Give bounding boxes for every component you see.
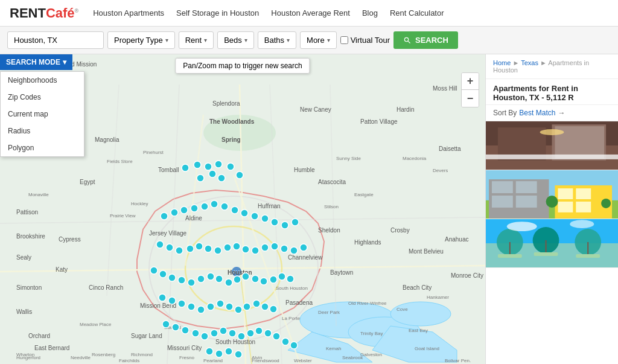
svg-point-184 (206, 348, 213, 355)
svg-point-156 (159, 294, 166, 301)
svg-point-147 (215, 275, 223, 283)
search-mode-dropdown[interactable]: SEARCH MODE (0, 54, 72, 70)
svg-point-128 (196, 243, 203, 250)
svg-point-134 (252, 247, 259, 254)
sort-link[interactable]: Best Match (519, 109, 555, 117)
results-title: Apartments for Rent in Houston, TX - 5,1… (486, 79, 618, 105)
svg-point-130 (214, 247, 221, 254)
beds-filter[interactable]: Beds (217, 31, 254, 49)
search-mode-radius[interactable]: Radius (1, 123, 84, 139)
svg-text:Fresno: Fresno (179, 355, 194, 360)
svg-text:La Porte: La Porte (282, 316, 301, 321)
svg-rect-203 (558, 188, 573, 199)
svg-text:Anahuac: Anahuac (445, 236, 468, 243)
svg-text:Richmond: Richmond (131, 352, 153, 357)
svg-text:Pasadena: Pasadena (285, 299, 313, 306)
more-filter[interactable]: More (300, 31, 337, 49)
zoom-in-button[interactable]: + (462, 73, 479, 90)
svg-text:Old River-Winfree: Old River-Winfree (348, 301, 387, 306)
svg-text:Cinco Ranch: Cinco Ranch (89, 284, 123, 291)
svg-point-162 (217, 300, 224, 307)
svg-point-172 (192, 330, 199, 337)
svg-point-125 (166, 244, 173, 251)
pan-zoom-tooltip: Pan/Zoom map to trigger new search (175, 58, 310, 74)
search-button[interactable]: SEARCH (393, 31, 458, 49)
breadcrumb-state[interactable]: Texas (521, 59, 538, 66)
svg-text:Hockley: Hockley (131, 201, 148, 206)
svg-point-118 (241, 209, 248, 217)
svg-point-105 (227, 163, 234, 170)
svg-point-161 (207, 303, 214, 310)
svg-text:East Bay: East Bay (409, 328, 428, 333)
svg-rect-200 (492, 196, 513, 208)
svg-point-148 (225, 279, 232, 286)
svg-point-146 (207, 273, 214, 280)
nav-houston-average-rent[interactable]: Houston Average Rent (271, 8, 350, 18)
search-mode-current-map[interactable]: Current map (1, 106, 84, 123)
listing-image-1 (486, 121, 618, 170)
listing-card-1[interactable] (486, 121, 618, 170)
listing-image-2 (486, 170, 618, 219)
search-mode-neighborhoods[interactable]: Neighborhoods (1, 72, 84, 89)
logo[interactable]: RENTCafé® (10, 5, 78, 21)
svg-text:Galveston: Galveston (360, 352, 382, 357)
property-type-filter[interactable]: Property Type (107, 31, 175, 49)
svg-text:Brookshire: Brookshire (16, 233, 45, 240)
svg-point-131 (224, 244, 231, 251)
svg-point-157 (168, 297, 176, 304)
svg-point-102 (194, 161, 201, 168)
svg-text:The Woodlands: The Woodlands (209, 118, 255, 125)
virtual-tour-checkbox[interactable] (340, 36, 348, 44)
svg-point-137 (281, 245, 288, 252)
search-mode-zip-codes[interactable]: Zip Codes (1, 89, 84, 106)
listing-card-2[interactable] (486, 170, 618, 219)
svg-point-154 (278, 273, 285, 280)
nav-houston-apartments[interactable]: Houston Apartments (93, 8, 164, 18)
svg-point-165 (243, 303, 250, 310)
svg-point-141 (159, 270, 167, 278)
svg-text:Channelview: Channelview (288, 254, 323, 261)
nav-self-storage[interactable]: Self Storage in Houston (176, 8, 259, 18)
virtual-tour-toggle[interactable]: Virtual Tour (340, 36, 390, 45)
svg-text:Mont Belvieu: Mont Belvieu (409, 248, 444, 255)
svg-rect-198 (492, 181, 513, 193)
search-icon (403, 36, 412, 45)
svg-point-140 (150, 267, 158, 274)
svg-text:Sealy: Sealy (16, 254, 31, 261)
zoom-out-button[interactable]: − (462, 90, 479, 107)
nav-rent-calculator[interactable]: Rent Calculator (390, 8, 444, 18)
nav-blog[interactable]: Blog (362, 8, 378, 18)
location-input[interactable] (7, 31, 104, 49)
svg-point-163 (226, 303, 233, 310)
svg-point-170 (172, 324, 179, 331)
breadcrumb-home[interactable]: Home (493, 59, 511, 66)
svg-point-180 (264, 330, 272, 337)
svg-text:Sugar Land: Sugar Land (131, 333, 162, 339)
svg-text:Sunny Side: Sunny Side (336, 156, 361, 161)
svg-rect-205 (558, 202, 573, 212)
zoom-controls: + − (461, 72, 479, 107)
main-nav: Houston Apartments Self Storage in Houst… (93, 8, 444, 18)
svg-point-107 (218, 174, 225, 182)
listing-card-3[interactable] (486, 219, 618, 268)
svg-point-111 (171, 209, 178, 216)
svg-point-115 (211, 200, 218, 208)
svg-text:Monroe City: Monroe City (451, 272, 483, 279)
svg-point-185 (215, 350, 223, 357)
search-mode-polygon[interactable]: Polygon (1, 139, 84, 156)
svg-text:Aldine: Aldine (185, 215, 202, 222)
svg-point-173 (201, 333, 208, 340)
svg-text:Pinehurst: Pinehurst (143, 150, 164, 155)
svg-point-121 (271, 219, 278, 226)
rent-filter[interactable]: Rent (179, 31, 214, 49)
svg-text:Alvin: Alvin (252, 355, 262, 360)
svg-text:Spring: Spring (221, 136, 241, 143)
trademark: ® (75, 7, 79, 13)
right-panel: Home ► Texas ► Apartments in Houston Apa… (485, 54, 618, 364)
baths-filter[interactable]: Baths (258, 31, 296, 49)
svg-point-194 (540, 129, 564, 135)
svg-text:Eastgate: Eastgate (354, 192, 374, 197)
svg-point-126 (176, 247, 183, 254)
map-area[interactable]: SEARCH MODE Neighborhoods Zip Codes Curr… (0, 54, 485, 364)
svg-point-3 (390, 302, 451, 326)
